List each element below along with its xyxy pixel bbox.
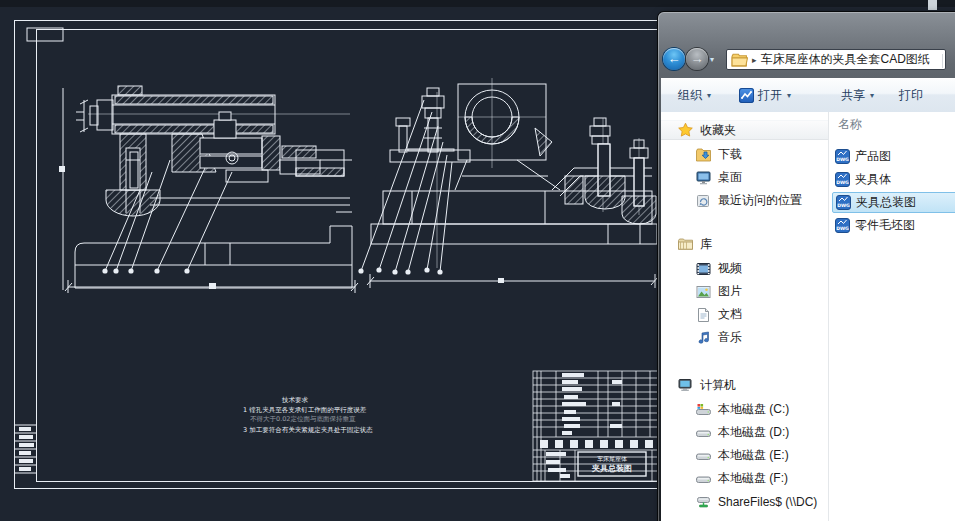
sidebar-item-desktop[interactable]: 桌面: [661, 166, 828, 189]
downloads-label: 下载: [718, 146, 742, 163]
print-label: 打印: [899, 87, 923, 104]
pictures-label: 图片: [718, 283, 742, 300]
explorer-content: 收藏夹 下载 桌面: [661, 112, 955, 521]
desktop-icon: [695, 170, 712, 186]
file-row-selected[interactable]: DWG 夹具总装图: [832, 192, 955, 213]
notes-line-1: 1 镗孔夹具至各支承钉工作面的平行度误差: [243, 406, 367, 414]
sidebar-item-pictures[interactable]: 图片: [661, 280, 828, 303]
hard-drive-c-icon: [695, 402, 712, 418]
file-row[interactable]: DWG 产品图: [832, 146, 955, 167]
back-button[interactable]: ←: [663, 48, 685, 70]
share-menu[interactable]: 共享 ▾: [841, 86, 874, 104]
dwg-file-icon: DWG: [835, 172, 850, 187]
sidebar-section-libraries[interactable]: 库: [661, 234, 828, 254]
sidebar-item-music[interactable]: 音乐: [661, 326, 828, 349]
breadcrumb-path[interactable]: 车床尾座体的夹具全套CAD图纸: [761, 51, 930, 68]
computer-label: 计算机: [700, 377, 736, 394]
sidebar-item-drive-e[interactable]: 本地磁盘 (E:): [661, 444, 828, 467]
open-caret-icon: ▾: [787, 91, 791, 100]
dwg-file-icon: DWG: [835, 218, 850, 233]
sidebar-item-drive-c[interactable]: 本地磁盘 (C:): [661, 398, 828, 421]
navigation-bar: ← → ▾ ▸ 车床尾座体的夹具全套CAD图纸: [658, 46, 955, 76]
drive-c-label: 本地磁盘 (C:): [718, 401, 789, 418]
sidebar-item-drive-d[interactable]: 本地磁盘 (D:): [661, 421, 828, 444]
hard-drive-icon: [695, 448, 712, 464]
organize-menu[interactable]: 组织 ▾: [678, 86, 711, 104]
open-label: 打开: [758, 87, 782, 104]
drive-d-label: 本地磁盘 (D:): [718, 424, 789, 441]
column-header-name[interactable]: 名称: [838, 116, 862, 133]
left-view: [63, 86, 358, 293]
notes-line-2: 不得大于0.02定位面与底面保持垂直: [250, 415, 356, 423]
file-name: 夹具体: [855, 171, 891, 188]
sidebar-item-network-share[interactable]: ShareFiles$ (\\DC): [661, 490, 828, 513]
print-button[interactable]: 打印: [899, 86, 923, 104]
title-block-title: 车床尾座体 夹具总装图: [591, 455, 632, 473]
explorer-window: ← → ▾ ▸ 车床尾座体的夹具全套CAD图纸 组织 ▾ 打开 ▾ 共享: [658, 12, 955, 521]
sidebar-item-downloads[interactable]: 下载: [661, 143, 828, 166]
star-icon: [677, 122, 694, 138]
organize-label: 组织: [678, 87, 702, 104]
address-separator: [942, 54, 943, 68]
file-row[interactable]: DWG 零件毛坯图: [832, 215, 955, 236]
sidebar-item-recent-places[interactable]: 最近访问的位置: [661, 189, 828, 212]
sidebar-item-videos[interactable]: 视频: [661, 257, 828, 280]
share-caret-icon: ▾: [870, 91, 874, 100]
downloads-icon: [695, 147, 712, 163]
drive-e-label: 本地磁盘 (E:): [718, 447, 789, 464]
dwg-file-icon: DWG: [835, 149, 850, 164]
notes-title: 技术要求: [281, 396, 309, 404]
network-share-label: ShareFiles$ (\\DC): [718, 495, 817, 509]
folder-icon: [731, 52, 748, 68]
breadcrumb-arrow-icon: ▸: [752, 55, 757, 65]
history-dropdown-icon[interactable]: ▾: [710, 55, 714, 64]
libraries-icon: [677, 236, 694, 252]
desktop-label: 桌面: [718, 169, 742, 186]
share-label: 共享: [841, 87, 865, 104]
file-row[interactable]: DWG 夹具体: [832, 169, 955, 190]
sidebar-item-drive-f[interactable]: 本地磁盘 (F:): [661, 467, 828, 490]
navigation-pane: 收藏夹 下载 桌面: [661, 112, 828, 521]
computer-icon: [677, 377, 694, 393]
dwg-file-icon: DWG: [836, 195, 851, 210]
sidebar-section-favorites[interactable]: 收藏夹: [661, 120, 828, 140]
sidebar-section-computer[interactable]: 计算机: [661, 375, 828, 395]
videos-label: 视频: [718, 260, 742, 277]
title-block-line2: 夹具总装图: [591, 464, 632, 473]
libraries-label: 库: [700, 236, 712, 253]
svg-text:DWG: DWG: [836, 157, 849, 162]
videos-icon: [695, 261, 712, 277]
background-window-fragment: [928, 0, 937, 10]
file-name: 产品图: [855, 148, 891, 165]
technical-notes: 技术要求 1 镗孔夹具至各支承钉工作面的平行度误差 不得大于0.02定位面与底面…: [243, 396, 373, 434]
network-drive-icon: [695, 494, 712, 510]
music-label: 音乐: [718, 329, 742, 346]
recent-places-icon: [695, 193, 712, 209]
command-toolbar: 组织 ▾ 打开 ▾ 共享 ▾ 打印: [661, 78, 955, 113]
title-block-line1: 车床尾座体: [597, 455, 627, 462]
notes-line-3: 3 加工要符合有关夹紧规定夹具处于固定状态: [243, 426, 373, 434]
sidebar-item-documents[interactable]: 文档: [661, 303, 828, 326]
open-menu[interactable]: 打开 ▾: [739, 86, 791, 104]
drive-f-label: 本地磁盘 (F:): [718, 470, 788, 487]
open-app-icon: [739, 88, 754, 103]
title-bar[interactable]: [658, 12, 955, 46]
top-strip: [0, 0, 955, 7]
svg-text:DWG: DWG: [837, 203, 850, 208]
music-icon: [695, 330, 712, 346]
svg-text:DWG: DWG: [836, 226, 849, 231]
documents-icon: [695, 307, 712, 323]
screen: { "cad": { "background": "#1e2530", "lin…: [0, 0, 955, 521]
svg-text:DWG: DWG: [836, 180, 849, 185]
file-name: 零件毛坯图: [855, 217, 915, 234]
right-view: [361, 78, 658, 288]
forward-button[interactable]: →: [686, 48, 708, 70]
file-list-pane: 名称 DWG 产品图 DWG 夹具体: [829, 112, 955, 521]
favorites-label: 收藏夹: [700, 122, 736, 139]
address-bar[interactable]: ▸ 车床尾座体的夹具全套CAD图纸: [726, 49, 946, 70]
pictures-icon: [695, 284, 712, 300]
documents-label: 文档: [718, 306, 742, 323]
hard-drive-icon: [695, 471, 712, 487]
file-name: 夹具总装图: [856, 194, 916, 211]
organize-caret-icon: ▾: [707, 91, 711, 100]
